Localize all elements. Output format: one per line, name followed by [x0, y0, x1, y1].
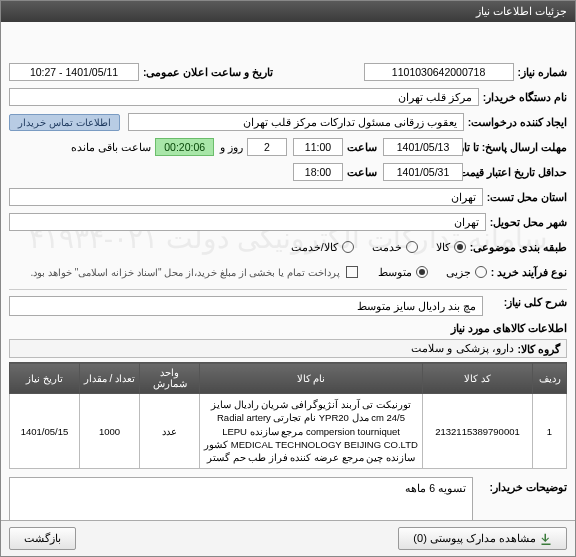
day-label: روز و — [220, 141, 243, 153]
th-name: نام کالا — [200, 363, 423, 394]
need-no-field: 1101030642000718 — [364, 63, 514, 81]
radio-small[interactable] — [475, 266, 487, 278]
th-idx: ردیف — [533, 363, 567, 394]
radio-goods-service[interactable] — [342, 241, 354, 253]
classification-label: طبقه بندی موضوعی: — [470, 241, 567, 253]
table-row: 1 2132115389790001 تورنیکت تی آربند آنژی… — [10, 394, 567, 469]
countdown-field: 00:20:06 — [155, 138, 214, 156]
window: جزئیات اطلاعات نیاز سامانه تدارکات الکتر… — [0, 0, 576, 557]
process-type-label: نوع فرآیند خرید : — [491, 266, 567, 278]
validity-hour-label: ساعت — [347, 166, 377, 178]
reply-hour-field: 11:00 — [293, 138, 343, 156]
radio-medium[interactable] — [416, 266, 428, 278]
test-city-field: تهران — [9, 188, 483, 206]
buyer-org-field: مرکز قلب تهران — [9, 88, 479, 106]
test-city-label: استان محل تست: — [487, 191, 567, 203]
classification-group: کالا خدمت کالا/خدمت — [291, 241, 466, 253]
th-date: تاریخ نیاز — [10, 363, 80, 394]
payment-note: پرداخت تمام یا بخشی از مبلغ خرید،از محل … — [31, 267, 340, 278]
attachments-button-label: مشاهده مدارک پیوستی (0) — [413, 532, 536, 545]
window-title: جزئیات اطلاعات نیاز — [476, 5, 567, 18]
buyer-org-label: نام دستگاه خریدار: — [483, 91, 567, 103]
buyer-notes-field: تسویه 6 ماهه — [9, 477, 473, 520]
radio-goods-service-label: کالا/خدمت — [291, 241, 338, 253]
radio-goods-label: کالا — [436, 241, 450, 253]
general-desc-field: مچ بند رادیال سایز متوسط — [9, 296, 483, 316]
footer: مشاهده مدارک پیوستی (0) بازگشت — [1, 520, 575, 556]
delivery-city-label: شهر محل تحویل: — [490, 216, 567, 228]
reply-date-field: 1401/05/13 — [383, 138, 463, 156]
cell-code: 2132115389790001 — [423, 394, 533, 469]
attachments-button[interactable]: مشاهده مدارک پیوستی (0) — [398, 527, 567, 550]
radio-goods[interactable] — [454, 241, 466, 253]
items-table: ردیف کد کالا نام کالا واحد شمارش تعداد /… — [9, 362, 567, 469]
validity-hour-field: 18:00 — [293, 163, 343, 181]
items-header: اطلاعات کالاهای مورد نیاز — [9, 322, 567, 335]
radio-service[interactable] — [406, 241, 418, 253]
download-icon — [540, 533, 552, 545]
cell-unit: عدد — [140, 394, 200, 469]
validity-label: حداقل تاریخ اعتبار قیمت: تا تاریخ: — [467, 166, 567, 178]
back-button[interactable]: بازگشت — [9, 527, 76, 550]
back-button-label: بازگشت — [24, 532, 61, 545]
creator-field: یعقوب زرقانی مسئول تدارکات مرکز قلب تهرا… — [128, 113, 464, 131]
radio-small-label: جزیی — [446, 266, 471, 278]
cell-qty: 1000 — [80, 394, 140, 469]
th-qty: تعداد / مقدار — [80, 363, 140, 394]
th-code: کد کالا — [423, 363, 533, 394]
radio-medium-label: متوسط — [378, 266, 412, 278]
window-titlebar: جزئیات اطلاعات نیاز — [1, 1, 575, 22]
reply-deadline-label: مهلت ارسال پاسخ: تا تاریخ: — [467, 141, 567, 153]
process-type-group: جزیی متوسط — [378, 266, 487, 278]
creator-label: ایجاد کننده درخواست: — [468, 116, 567, 128]
contact-info-button[interactable]: اطلاعات تماس خریدار — [9, 114, 120, 131]
buyer-notes-label: توضیحات خریدار: — [477, 477, 567, 493]
goods-group-field: دارو، پزشکی و سلامت — [411, 342, 513, 355]
general-desc-label: شرح کلی نیاز: — [487, 296, 567, 308]
goods-group-label: گروه کالا: — [518, 343, 560, 355]
public-datetime-field: 1401/05/11 - 10:27 — [9, 63, 139, 81]
radio-service-label: خدمت — [372, 241, 402, 253]
cell-idx: 1 — [533, 394, 567, 469]
reply-days-field: 2 — [247, 138, 287, 156]
th-unit: واحد شمارش — [140, 363, 200, 394]
reply-hour-label: ساعت — [347, 141, 377, 153]
public-datetime-label: تاریخ و ساعت اعلان عمومی: — [143, 66, 273, 78]
payment-checkbox[interactable] — [346, 266, 358, 278]
need-no-label: شماره نیاز: — [518, 66, 567, 78]
cell-name: تورنیکت تی آربند آنژیوگرافی شریان رادیال… — [200, 394, 423, 469]
cell-date: 1401/05/15 — [10, 394, 80, 469]
remain-label: ساعت باقی مانده — [71, 141, 151, 153]
delivery-city-field: تهران — [9, 213, 486, 231]
content-area: سامانه تدارکات الکترونیکی دولت ۰۲۱-۴۱۹۳۴… — [1, 22, 575, 520]
validity-date-field: 1401/05/31 — [383, 163, 463, 181]
